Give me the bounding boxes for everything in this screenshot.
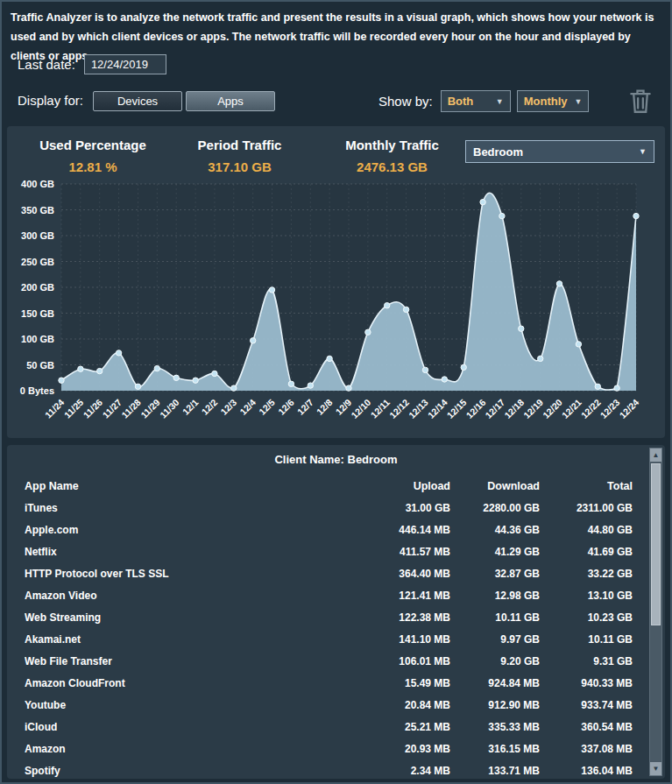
app-name-cell: Youtube [25,694,287,716]
app-name-cell: Spotify [25,759,287,779]
svg-text:12/8: 12/8 [315,397,335,417]
download-cell: 924.84 MB [450,672,540,694]
chevron-down-icon: ▼ [575,97,583,106]
trash-icon [626,86,655,116]
svg-text:12/10: 12/10 [349,397,372,420]
scrollbar-thumb[interactable] [651,463,661,625]
table-scrollbar[interactable]: ▲ ▼ [649,448,662,776]
stat-value: 2476.13 GB [315,159,469,174]
stat-used-percentage: Used Percentage 12.81 % [14,138,172,174]
upload-cell: 15.49 MB [287,672,450,694]
apps-button[interactable]: Apps [186,91,275,111]
svg-text:12/21: 12/21 [560,397,584,420]
app-name-cell: Akamai.net [25,628,287,650]
app-name-cell: Netflix [25,540,287,562]
svg-text:12/11: 12/11 [368,397,392,420]
svg-text:150 GB: 150 GB [21,308,54,319]
total-cell: 44.80 GB [540,519,633,540]
svg-text:12/14: 12/14 [426,397,449,420]
upload-cell: 20.84 MB [287,694,450,716]
delete-data-button[interactable] [626,86,655,116]
table-row: Youtube20.84 MB912.90 MB933.74 MB [25,694,633,716]
svg-text:12/20: 12/20 [541,397,564,420]
table-row: Netflix411.57 MB41.29 GB41.69 GB [25,540,633,562]
upload-cell: 141.10 MB [287,628,450,650]
svg-text:200 GB: 200 GB [21,282,54,293]
upload-cell: 446.14 MB [287,519,450,540]
svg-text:400 GB: 400 GB [21,179,54,189]
svg-text:11/24: 11/24 [43,397,67,420]
total-cell: 136.04 MB [540,759,633,779]
svg-text:12/7: 12/7 [295,397,315,417]
total-cell: 10.11 GB [540,628,633,650]
stat-label: Period Traffic [163,138,316,152]
svg-text:11/25: 11/25 [62,397,86,420]
scroll-up-icon[interactable]: ▲ [650,449,661,462]
devices-button[interactable]: Devices [93,91,182,111]
last-date-row: Last date: [18,54,166,74]
app-name-cell: Amazon Video [25,584,287,606]
upload-cell: 122.38 MB [287,606,450,628]
upload-cell: 20.93 MB [287,738,450,759]
total-cell: 2311.00 GB [540,497,633,519]
download-cell: 44.36 GB [450,519,540,540]
total-cell: 10.23 GB [540,606,633,628]
total-cell: 933.74 MB [540,694,633,716]
column-header-total: Total [540,475,633,497]
app-name-cell: Web File Transfer [25,650,287,672]
client-select[interactable]: Bedroom ▼ [465,140,654,163]
svg-text:100 GB: 100 GB [21,334,54,344]
svg-text:12/1: 12/1 [180,397,201,417]
total-cell: 41.69 GB [540,540,633,562]
table-row: iCloud25.21 MB335.33 MB360.54 MB [25,716,633,738]
download-cell: 9.97 GB [450,628,540,650]
svg-text:11/26: 11/26 [81,397,104,420]
svg-text:11/29: 11/29 [138,397,162,420]
show-by-selected-value: Both [448,95,474,108]
svg-text:12/4: 12/4 [237,397,258,417]
download-cell: 912.90 MB [450,694,540,716]
upload-cell: 411.57 MB [287,540,450,562]
app-traffic-table: App Name Upload Download Total iTunes31.… [25,475,633,779]
upload-cell: 2.34 MB [287,759,450,779]
svg-text:12/13: 12/13 [407,397,430,420]
svg-text:12/17: 12/17 [483,397,506,420]
stat-value: 317.10 GB [163,159,316,174]
svg-text:0 Bytes: 0 Bytes [20,385,54,396]
total-cell: 360.54 MB [540,716,633,738]
total-cell: 9.31 GB [540,650,633,672]
app-name-cell: Web Streaming [25,606,287,628]
column-header-upload: Upload [287,475,450,497]
upload-cell: 121.41 MB [287,584,450,606]
svg-text:12/19: 12/19 [521,397,545,420]
download-cell: 10.11 GB [450,606,540,628]
svg-text:12/22: 12/22 [579,397,603,420]
stat-period-traffic: Period Traffic 317.10 GB [163,138,316,174]
traffic-chart: 0 Bytes50 GB100 GB150 GB200 GB250 GB300 … [11,175,661,436]
period-select[interactable]: Monthly ▼ [517,90,589,112]
period-selected-value: Monthly [524,95,568,108]
table-row: Amazon CloudFront15.49 MB924.84 MB940.33… [25,672,633,694]
controls-row: Display for: Devices Apps Show by: Both … [2,89,672,116]
svg-text:12/5: 12/5 [257,397,277,417]
svg-text:12/2: 12/2 [199,397,219,417]
download-cell: 32.87 GB [450,562,540,584]
table-row: Apple.com446.14 MB44.36 GB44.80 GB [25,519,633,540]
last-date-input[interactable] [84,54,166,74]
app-name-cell: HTTP Protocol over TLS SSL [25,562,287,584]
svg-text:12/6: 12/6 [276,397,296,417]
table-row: Spotify2.34 MB133.71 MB136.04 MB [25,759,633,779]
show-by-label: Show by: [378,94,433,109]
total-cell: 13.10 GB [540,584,633,606]
column-header-download: Download [450,475,540,497]
svg-text:250 GB: 250 GB [21,257,54,267]
svg-text:300 GB: 300 GB [21,230,54,241]
app-name-cell: iTunes [25,497,287,519]
svg-text:12/3: 12/3 [218,397,238,417]
total-cell: 33.22 GB [540,562,633,584]
svg-text:12/12: 12/12 [387,397,411,420]
chevron-down-icon: ▼ [639,147,647,156]
scroll-down-icon[interactable]: ▼ [650,762,661,775]
show-by-select[interactable]: Both ▼ [441,90,511,112]
stat-value: 12.81 % [14,159,172,174]
